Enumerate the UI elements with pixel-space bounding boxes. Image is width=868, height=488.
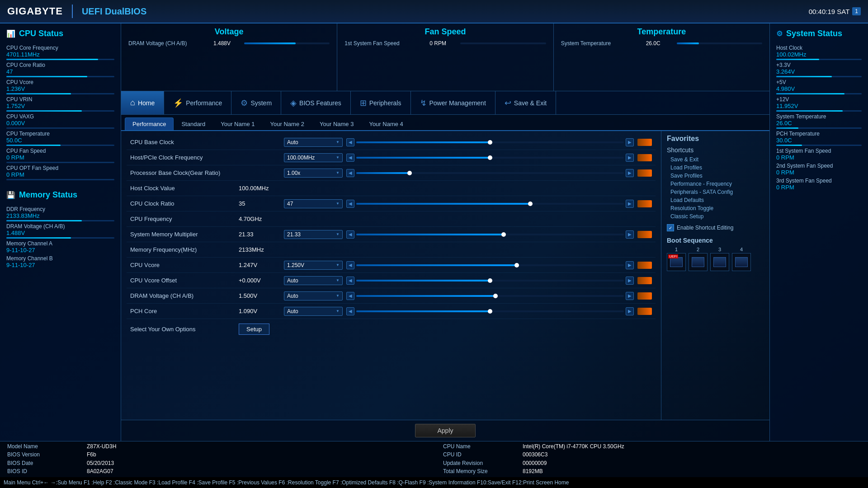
shortcut-item[interactable]: Save Profiles [667, 172, 764, 180]
slider-btn-left-2[interactable]: ◀ [346, 169, 354, 177]
nav-tab-performance[interactable]: ⚡ Performance [164, 91, 231, 114]
slider-track-1[interactable] [356, 157, 624, 159]
setting-row: Processor Base Clock(Gear Ratio)1.00x ◀ … [127, 165, 656, 181]
time-display: 00:40:19 SAT 1 [809, 7, 861, 15]
slider-btn-right-4[interactable]: ▶ [626, 200, 634, 208]
setting-slider-2: ◀ ▶ [346, 169, 652, 177]
setting-slider-6: ◀ ▶ [346, 230, 652, 239]
update-revision-value: 00000009 [523, 460, 547, 467]
slider-btn-left-4[interactable]: ◀ [346, 200, 354, 208]
slider-btn-left-10[interactable]: ◀ [346, 292, 354, 300]
nav-tab-save-exit[interactable]: ↩ Save & Exit [495, 91, 556, 114]
sub-tab-your-name-2[interactable]: Your Name 2 [263, 117, 312, 130]
nav-tab-peripherals[interactable]: ⊞ Peripherals [351, 91, 411, 114]
setting-dropdown-11[interactable]: Auto [284, 307, 343, 316]
setting-dropdown-0[interactable]: Auto [284, 138, 343, 147]
slider-btn-right-6[interactable]: ▶ [626, 230, 634, 239]
boot-seq-box[interactable] [710, 253, 729, 271]
system-status-item: System Temperature 26.0C [776, 113, 862, 129]
apply-button[interactable]: Apply [415, 424, 475, 437]
slider-led-11 [637, 308, 652, 315]
nav-tab-bios-features[interactable]: ◈ BIOS Features [281, 91, 351, 114]
system-status-title: ⚙ System Status [776, 29, 862, 38]
cpu-status-items: CPU Core Frequency 4701.11MHz CPU Core R… [6, 45, 114, 182]
slider-btn-right-8[interactable]: ▶ [626, 261, 634, 269]
slider-btn-right-2[interactable]: ▶ [626, 169, 634, 177]
shortcut-item[interactable]: Resolution Toggle [667, 204, 764, 212]
slider-track-11[interactable] [356, 310, 624, 312]
slider-track-2[interactable] [356, 172, 624, 174]
sub-tab-performance[interactable]: Performance [125, 117, 174, 130]
sub-tab-your-name-3[interactable]: Your Name 3 [312, 117, 361, 130]
slider-track-6[interactable] [356, 234, 624, 235]
enable-checkbox[interactable]: ✓ [667, 224, 674, 231]
slider-btn-left-1[interactable]: ◀ [346, 154, 354, 162]
setting-dropdown-9[interactable]: Auto [284, 276, 343, 285]
setting-label-4: CPU Clock Ratio [130, 200, 239, 207]
slider-btn-left-9[interactable]: ◀ [346, 277, 354, 285]
system-status-item: +3.3V 3.264V [776, 62, 862, 77]
system-tab-icon: ⚙ [241, 98, 248, 108]
slider-btn-right-1[interactable]: ▶ [626, 154, 634, 162]
sub-tab-your-name-4[interactable]: Your Name 4 [361, 117, 410, 130]
setting-dropdown-8[interactable]: 1.250V [284, 261, 343, 270]
slider-track-4[interactable] [356, 203, 624, 205]
slider-track-10[interactable] [356, 295, 624, 297]
setup-button[interactable]: Setup [239, 324, 269, 335]
setting-label-3: Host Clock Value [130, 185, 239, 192]
shortcut-item[interactable]: Load Profiles [667, 164, 764, 172]
sub-tab-standard[interactable]: Standard [174, 117, 213, 130]
system-status-item: +12V 11.952V [776, 96, 862, 112]
bios-features-tab-icon: ◈ [290, 98, 297, 108]
boot-seq-box[interactable] [667, 253, 686, 271]
sub-tab-your-name-1[interactable]: Your Name 1 [213, 117, 262, 130]
setting-dropdown-2[interactable]: 1.00x [284, 169, 343, 178]
slider-led-8 [637, 262, 652, 269]
shortcut-item[interactable]: Load Defaults [667, 196, 764, 204]
cpu-icon: 📊 [6, 29, 15, 38]
slider-btn-right-0[interactable]: ▶ [626, 138, 634, 146]
slider-track-9[interactable] [356, 280, 624, 282]
slider-btn-left-8[interactable]: ◀ [346, 261, 354, 269]
enable-label: Enable Shortcut Editing [677, 225, 733, 231]
slider-btn-left-11[interactable]: ◀ [346, 307, 354, 315]
peripherals-tab-icon: ⊞ [360, 98, 367, 108]
setting-dropdown-4[interactable]: 47 [284, 199, 343, 208]
slider-btn-right-11[interactable]: ▶ [626, 307, 634, 315]
shortcut-item[interactable]: Peripherals - SATA Config [667, 188, 764, 196]
cpu-status-item: CPU Temperature 50.0C [6, 131, 114, 146]
nav-tab-power-management[interactable]: ↯ Power Management [411, 91, 495, 114]
setting-dropdown-1[interactable]: 100.00MHz [284, 153, 343, 162]
info-row-cpu-id: CPU ID 000306C3 [443, 451, 861, 459]
setting-dropdown-10[interactable]: Auto [284, 291, 343, 300]
slider-btn-left-0[interactable]: ◀ [346, 138, 354, 146]
cpu-id-label: CPU ID [443, 451, 515, 459]
total-memory-label: Total Memory Size [443, 468, 515, 475]
slider-btn-right-9[interactable]: ▶ [626, 277, 634, 285]
nav-tab-home[interactable]: ⌂ Home [121, 91, 164, 114]
boot-seq-drive-icon [692, 257, 704, 267]
setting-dropdown-6[interactable]: 21.33 [284, 230, 343, 239]
shortcut-item[interactable]: Performance - Frequency [667, 180, 764, 188]
shortcut-item[interactable]: Classic Setup [667, 212, 764, 221]
boot-seq-box[interactable] [732, 253, 751, 271]
info-row-total-mem: Total Memory Size 8192MB [443, 468, 861, 475]
boot-seq-num: 1 [675, 247, 678, 252]
boot-seq-num: 3 [718, 247, 721, 252]
performance-tab-label: Performance [186, 99, 222, 107]
shortcuts-list: Save & ExitLoad ProfilesSave ProfilesPer… [667, 155, 764, 221]
boot-seq-num: 4 [740, 247, 743, 252]
setting-label-7: Memory Frequency(MHz) [130, 246, 239, 253]
temperature-section: Temperature System Temperature 26.0C [554, 23, 769, 91]
slider-track-0[interactable] [356, 141, 624, 143]
slider-track-8[interactable] [356, 264, 624, 266]
boot-seq-box[interactable] [689, 253, 708, 271]
nav-tab-system[interactable]: ⚙ System [231, 91, 281, 114]
shortcut-item[interactable]: Save & Exit [667, 155, 764, 164]
slider-btn-right-10[interactable]: ▶ [626, 292, 634, 300]
slider-btn-left-6[interactable]: ◀ [346, 230, 354, 239]
settings-side: Favorites Shortcuts Save & ExitLoad Prof… [661, 131, 769, 420]
setting-slider-1: ◀ ▶ [346, 154, 652, 162]
setting-row: System Memory Multiplier21.3321.33 ◀ ▶ [127, 227, 656, 242]
info-row-4: BIOS ID 8A02AG07 [7, 468, 425, 475]
